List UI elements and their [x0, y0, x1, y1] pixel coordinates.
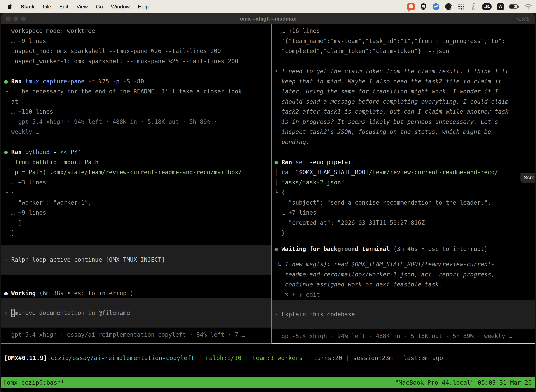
terminal-line: gpt-5.4 xhigh · 94% left · 488K in · 5.1… [1, 117, 271, 127]
squiggle-icon[interactable] [470, 3, 477, 10]
terminal-line: "subject": "send a concise recommendatio… [272, 198, 535, 208]
screen-tooltip: Scre [521, 173, 535, 182]
menu-app-slack[interactable]: Slack [21, 4, 34, 10]
menu-go[interactable]: Go [96, 4, 103, 10]
terminal-line: readme-and-reco/mailbox/worker-1.json, a… [272, 269, 535, 280]
terminal-line: › Improve documentation in @filename [1, 308, 130, 318]
terminal-content: workspace_mode: worktree … +9 lines insp… [1, 24, 535, 392]
command-ran-python3: ● Ran python3 - <<'PY' [1, 147, 271, 157]
omx-status-pane: [OMX#0.11.9] cczip/essay/ai-reimplementa… [1, 344, 535, 377]
terminal-line: inspect task2's JSON, focusing on the st… [272, 127, 535, 137]
terminal-line [1, 137, 271, 147]
menu-view[interactable]: View [76, 4, 88, 10]
terminal-line: } [1, 228, 271, 238]
terminal-line: "completed","claim_token":"claim-token"}… [272, 46, 535, 56]
terminal-line: … +9 lines [1, 208, 271, 218]
terminal-line [272, 56, 535, 66]
mailbox-hint: ↳ 1 new msg(s): read $OMX_TEAM_STATE_ROO… [272, 259, 535, 269]
stats-zigzag-icon[interactable] [432, 3, 440, 10]
battery-icon[interactable] [509, 4, 519, 9]
crescent-circle-icon[interactable] [445, 3, 452, 10]
window-titlebar[interactable]: omx --xhigh --madmax ⌥⌘1 [1, 13, 535, 24]
letter-a-app-icon[interactable]: A [497, 3, 504, 10]
terminal-line: └ { [1, 187, 271, 198]
command-ran-set: ● Ran set -euo pipefail [272, 157, 535, 167]
zoom-button[interactable] [21, 17, 26, 21]
terminal-line: "worker": "worker-1", [1, 198, 271, 208]
terminal-line: inspect_hud: omx sparkshell --tmux-pane … [1, 46, 271, 56]
apple-menu[interactable] [8, 4, 13, 9]
tmux-host-clock: "MacBook-Pro-44.local" 05:03 31-Mar-26 [395, 379, 532, 386]
dots-grid-icon[interactable] [458, 3, 465, 10]
terminal-line: ] [1, 218, 271, 228]
terminal-line: at [1, 97, 271, 107]
terminal-line: later. Using the same for transition mig… [272, 86, 535, 97]
terminal-line: └ { [272, 187, 535, 198]
minimize-button[interactable] [14, 17, 18, 21]
prompt-input[interactable]: › Improve documentation in @filename [1, 298, 271, 327]
spacer [1, 238, 271, 245]
tmux-status-bar: [omx-cczip0:bash* "MacBook-Pro-44.local"… [1, 377, 535, 388]
terminal-line: │ p = Path('.omx/state/team/review-curre… [1, 167, 271, 177]
terminal-line: "created_at": "2026-03-31T11:59:27.816Z" [272, 218, 535, 228]
thinking-text: • I need to get the claim token from the… [272, 66, 535, 76]
wifi-icon[interactable] [524, 4, 532, 10]
terminal-line: › Ralph loop active continue [OMX_TMUX_I… [1, 255, 165, 265]
apple-icon [8, 4, 13, 9]
prompt-input[interactable]: › Explain this codebase [272, 300, 535, 329]
omx-status-line: [OMX#0.11.9] cczip/essay/ai-reimplementa… [1, 353, 535, 363]
terminal-line: } [272, 228, 535, 238]
terminal-line: '{"team_name":"my-team","task_id":"1","f… [272, 36, 535, 46]
command-ran-tmux-capture: ● Ran tmux capture-pane -t %25 -p -S -80 [1, 76, 271, 87]
terminal-line: pending. [272, 137, 535, 147]
terminal-line: inspect_worker-1: omx sparkshell --tmux-… [1, 56, 271, 66]
waiting-status: ● Waiting for background terminal (3m 46… [272, 244, 535, 254]
terminal-line: … +7 lines [272, 208, 535, 218]
left-terminal-pane[interactable]: workspace_mode: worktree … +9 lines insp… [1, 24, 271, 343]
terminal-line: │ cat "$OMX_TEAM_STATE_ROOT/team/review-… [272, 167, 535, 177]
terminal-line: │ … +3 lines [1, 177, 271, 187]
terminal-line: workspace_mode: worktree [1, 26, 271, 36]
chat-app-icon[interactable] [407, 3, 415, 10]
terminal-line: └ be necessary for the end of the README… [1, 86, 271, 97]
terminal-line [272, 147, 535, 157]
spacer [1, 327, 271, 330]
pane-footer: gpt-5.4 xhigh · 94% left · 488K in · 5.1… [272, 331, 535, 341]
shield-grid-icon[interactable] [420, 3, 427, 10]
terminal-line: │ from pathlib import Path [1, 157, 271, 167]
terminal-line: … +110 lines [1, 107, 271, 117]
terminal-line: ⌥ + ↑ edit [272, 289, 535, 300]
menu-edit[interactable]: Edit [59, 4, 68, 10]
window-title: omx --xhigh --madmax [1, 16, 535, 22]
terminal-line: should send a message before completing … [272, 97, 535, 107]
terminal-line: keep that in mind. Maybe I also need the… [272, 76, 535, 87]
badge-61-icon[interactable]: ..61 [482, 3, 492, 10]
terminal-line: weekly … [1, 127, 271, 137]
terminal-line: task2 after task1 is complete, but can I… [272, 107, 535, 117]
terminal-line [1, 66, 271, 76]
terminal-window: omx --xhigh --madmax ⌥⌘1 workspace_mode:… [1, 13, 535, 392]
terminal-line: … +16 lines [272, 26, 535, 36]
menu-help[interactable]: Help [138, 4, 149, 10]
menu-file[interactable]: File [43, 4, 51, 10]
terminal-line: │ tasks/task-2.json" [272, 177, 535, 187]
pane-footer: gpt-5.4 xhigh · essay/ai-reimplementatio… [1, 330, 271, 340]
spacer [272, 238, 535, 244]
spacer [272, 329, 535, 331]
close-button[interactable] [6, 17, 10, 21]
traffic-lights [6, 17, 26, 21]
terminal-line: › Explain this codebase [272, 309, 355, 319]
terminal-line: … +9 lines [1, 36, 271, 46]
window-shortcut-hint: ⌥⌘1 [515, 16, 530, 22]
spacer [272, 254, 535, 259]
right-terminal-pane[interactable]: … +16 lines '{"team_name":"my-team","tas… [272, 24, 535, 343]
tmux-session-label: [omx-cczip0:bash* [3, 379, 64, 386]
terminal-line: continue assigned work or next feasible … [272, 280, 535, 289]
tmux-panes: workspace_mode: worktree … +9 lines insp… [1, 24, 535, 343]
spacer [1, 275, 271, 288]
menu-window[interactable]: Window [111, 4, 130, 10]
working-status: ● Working (6m 38s • esc to interrupt) [1, 288, 271, 299]
macos-menu-bar: Slack File Edit View Go Window Help ..61… [0, 0, 536, 13]
injected-message-banner: › Ralph loop active continue [OMX_TMUX_I… [1, 245, 271, 275]
terminal-line: is in progress? It seems likely but perh… [272, 117, 535, 127]
